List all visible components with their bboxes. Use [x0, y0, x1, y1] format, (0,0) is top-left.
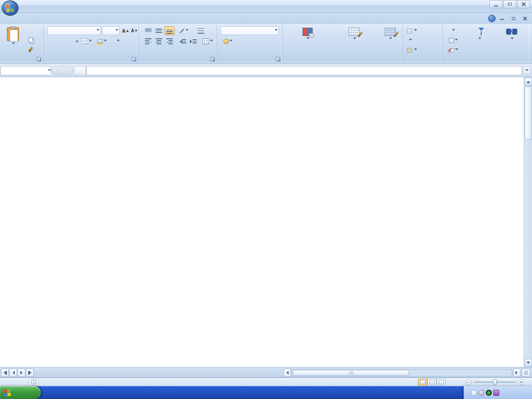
font-color-button[interactable] [111, 37, 125, 46]
minimize-button[interactable] [490, 0, 502, 8]
name-box[interactable] [0, 66, 51, 75]
wrap-text-button[interactable] [195, 26, 207, 35]
delete-cells-button[interactable] [405, 36, 413, 45]
merge-center-button[interactable] [200, 37, 214, 46]
align-top-icon [145, 28, 151, 34]
hscroll-left-button[interactable] [284, 369, 291, 377]
find-select-button[interactable] [497, 26, 526, 56]
normal-view-button[interactable] [418, 379, 427, 386]
orientation-button[interactable] [177, 26, 190, 35]
sheet-tab-bar [0, 367, 532, 377]
format-as-table-button[interactable] [331, 26, 378, 56]
workbook-restore-button[interactable] [508, 15, 519, 22]
paste-icon [7, 27, 19, 41]
font-name-select[interactable] [47, 26, 101, 35]
align-left-button[interactable] [143, 37, 153, 46]
horizontal-scrollbar[interactable] [291, 369, 512, 377]
tab-split-handle[interactable] [522, 369, 530, 377]
format-painter-icon [28, 46, 33, 52]
restore-button[interactable] [503, 0, 516, 8]
autosum-button[interactable] [446, 26, 460, 35]
sort-filter-button[interactable] [463, 26, 496, 56]
orientation-icon [180, 29, 184, 33]
fill-icon [449, 38, 454, 43]
workbook-close-button[interactable] [520, 15, 530, 22]
formula-input[interactable] [86, 66, 522, 75]
zoom-in-button[interactable]: + [518, 379, 524, 385]
copy-button[interactable] [25, 36, 36, 44]
align-bottom-button[interactable] [164, 26, 175, 35]
font-dialog-launcher[interactable] [132, 57, 137, 62]
format-painter-button[interactable] [25, 45, 36, 54]
wrap-text-icon [198, 28, 204, 34]
tray-antivirus-icon[interactable] [486, 390, 492, 396]
paste-button[interactable] [3, 26, 23, 56]
align-right-button[interactable] [164, 37, 175, 46]
tray-update-icon[interactable] [478, 390, 484, 396]
increase-indent-button[interactable] [188, 37, 198, 46]
page-layout-view-button[interactable] [427, 379, 436, 386]
formula-bar-expand-button[interactable] [523, 66, 531, 75]
zoom-out-button[interactable]: − [466, 379, 472, 385]
zoom-slider-thumb[interactable] [493, 379, 497, 385]
worksheet-grid[interactable] [0, 77, 524, 367]
horizontal-scroll-thumb[interactable] [293, 370, 409, 376]
clear-button[interactable] [446, 46, 460, 54]
shrink-font-button[interactable]: A▼ [130, 26, 139, 35]
last-sheet-button[interactable] [26, 369, 34, 377]
fill-color-button[interactable] [95, 37, 109, 46]
number-format-select[interactable] [221, 26, 279, 35]
decrease-decimal-button[interactable] [270, 37, 280, 46]
title-bar [0, 0, 532, 13]
close-button[interactable] [517, 0, 530, 8]
fill-button[interactable] [446, 36, 460, 45]
grow-font-button[interactable]: A▲ [121, 26, 130, 35]
office-button[interactable] [2, 0, 18, 16]
percent-style-button[interactable] [236, 37, 245, 46]
cut-button[interactable] [25, 26, 36, 35]
align-top-button[interactable] [143, 26, 153, 35]
ribbon-group-font: A▲ A▼ [44, 24, 139, 63]
font-size-select[interactable] [102, 26, 120, 35]
ribbon: A▲ A▼ [0, 24, 532, 64]
alignment-dialog-launcher[interactable] [210, 57, 215, 62]
vertical-scroll-thumb[interactable] [525, 86, 532, 139]
ribbon-group-alignment [139, 24, 217, 63]
align-middle-button[interactable] [154, 26, 164, 35]
number-dialog-launcher[interactable] [276, 57, 281, 62]
start-button[interactable] [0, 386, 41, 399]
macro-record-icon[interactable] [29, 379, 39, 386]
comma-style-button[interactable] [245, 37, 257, 46]
accounting-format-button[interactable] [221, 37, 235, 46]
ribbon-group-clipboard [1, 24, 43, 63]
vertical-scrollbar[interactable] [524, 77, 532, 367]
insert-function-button[interactable] [74, 66, 86, 75]
borders-icon [82, 38, 88, 44]
next-sheet-button[interactable] [18, 369, 25, 377]
italic-button[interactable] [57, 37, 65, 46]
tray-app-icon[interactable] [493, 390, 499, 396]
tray-navigation-icon[interactable] [471, 390, 477, 396]
page-break-view-button[interactable] [436, 379, 446, 386]
scroll-down-button[interactable] [525, 359, 532, 367]
name-box-divider[interactable] [52, 66, 73, 75]
previous-sheet-button[interactable] [9, 369, 17, 377]
increase-decimal-button[interactable] [260, 37, 270, 46]
first-sheet-button[interactable] [1, 369, 9, 377]
cell-styles-button[interactable] [380, 26, 401, 56]
hscroll-right-button[interactable] [513, 369, 520, 377]
workbook-minimize-button[interactable] [497, 15, 507, 22]
help-icon[interactable] [488, 15, 496, 22]
decrease-indent-icon [178, 40, 182, 43]
align-center-button[interactable] [154, 37, 164, 46]
insert-cells-button[interactable] [405, 26, 418, 35]
format-cells-button[interactable] [405, 46, 418, 54]
underline-button[interactable] [66, 37, 74, 46]
status-bar: − + [0, 377, 532, 386]
bold-button[interactable] [48, 37, 56, 46]
borders-button[interactable] [80, 37, 93, 46]
conditional-formatting-button[interactable]: <= [286, 26, 329, 56]
scroll-up-button[interactable] [525, 78, 532, 85]
decrease-indent-button[interactable] [177, 37, 187, 46]
clipboard-dialog-launcher[interactable] [36, 57, 42, 62]
